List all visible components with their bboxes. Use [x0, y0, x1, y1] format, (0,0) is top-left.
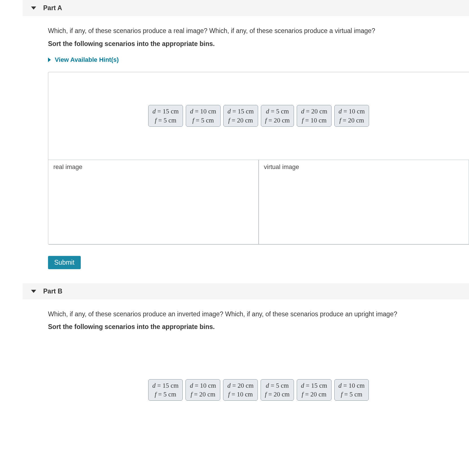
part-a-header[interactable]: Part A [23, 0, 469, 16]
part-b-sort-instruction: Sort the following scenarios into the ap… [48, 323, 469, 331]
scenario-card[interactable]: d = 15 cmf = 20 cm [297, 379, 331, 401]
scenario-card[interactable]: d = 15 cmf = 20 cm [223, 105, 258, 126]
scenario-card[interactable]: d = 5 cmf = 20 cm [261, 105, 294, 126]
scenario-card[interactable]: d = 10 cmf = 5 cm [186, 105, 221, 126]
collapse-arrow-icon [31, 290, 36, 293]
expand-right-icon [48, 58, 51, 62]
scenario-card[interactable]: d = 5 cmf = 20 cm [261, 379, 294, 401]
part-b-question: Which, if any, of these scenarios produc… [48, 309, 469, 319]
scenario-card[interactable]: d = 10 cmf = 20 cm [186, 379, 220, 401]
scenario-card[interactable]: d = 15 cmf = 5 cm [148, 379, 183, 401]
bin-label: virtual image [264, 163, 299, 171]
part-a-sort-instruction: Sort the following scenarios into the ap… [48, 40, 469, 48]
part-b-workspace: d = 15 cmf = 5 cmd = 10 cmf = 20 cmd = 2… [48, 339, 469, 401]
view-hints-label: View Available Hint(s) [55, 56, 119, 63]
submit-row: Submit [48, 256, 469, 269]
part-a-question: Which, if any, of these scenarios produc… [48, 26, 469, 36]
part-a-bins: real image virtual image [48, 160, 469, 244]
part-b-card-pool[interactable]: d = 15 cmf = 5 cmd = 10 cmf = 20 cmd = 2… [48, 339, 469, 401]
part-b-title: Part B [43, 288, 62, 295]
part-a-workspace: d = 15 cmf = 5 cmd = 10 cmf = 5 cmd = 15… [48, 72, 469, 245]
part-a-title: Part A [43, 4, 62, 12]
part-a-card-pool[interactable]: d = 15 cmf = 5 cmd = 10 cmf = 5 cmd = 15… [48, 72, 469, 160]
part-a-content: Which, if any, of these scenarios produc… [48, 16, 469, 283]
scenario-card[interactable]: d = 10 cmf = 20 cm [334, 105, 369, 126]
part-b-header[interactable]: Part B [23, 283, 469, 299]
scenario-card[interactable]: d = 15 cmf = 5 cm [148, 105, 183, 126]
part-b-content: Which, if any, of these scenarios produc… [48, 299, 469, 410]
submit-button[interactable]: Submit [48, 256, 81, 269]
scenario-card[interactable]: d = 10 cmf = 5 cm [334, 379, 369, 401]
bin-virtual-image[interactable]: virtual image [259, 160, 469, 244]
scenario-card[interactable]: d = 20 cmf = 10 cm [297, 105, 331, 126]
scenario-card[interactable]: d = 20 cmf = 10 cm [223, 379, 258, 401]
bin-label: real image [53, 163, 82, 171]
view-hints-toggle[interactable]: View Available Hint(s) [48, 56, 469, 63]
collapse-arrow-icon [31, 6, 36, 10]
bin-real-image[interactable]: real image [48, 160, 259, 244]
